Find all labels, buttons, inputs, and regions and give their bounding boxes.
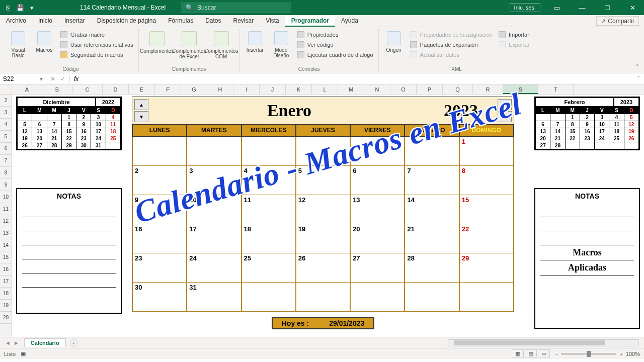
day-cell[interactable]: 24 xyxy=(187,253,241,283)
day-cell[interactable]: 16 xyxy=(132,224,187,253)
sheet-prev-icon[interactable]: ◄ xyxy=(5,340,11,346)
day-cell[interactable] xyxy=(350,283,405,312)
tab-archivo[interactable]: Archivo xyxy=(0,15,32,27)
xml-map-props-button[interactable]: Propiedades de la asignación xyxy=(408,30,495,39)
day-cell[interactable]: 29 xyxy=(459,253,514,283)
day-cell[interactable]: 4 xyxy=(242,166,296,195)
cancel-formula-icon[interactable]: ✕ xyxy=(50,75,55,82)
sheet-next-icon[interactable]: ► xyxy=(14,340,19,346)
day-cell[interactable]: 31 xyxy=(187,283,241,312)
xml-refresh-button[interactable]: Actualizar datos xyxy=(408,50,495,59)
row-header-16[interactable]: 16 xyxy=(0,263,12,276)
addins-button[interactable]: Complementos xyxy=(142,29,172,65)
day-cell[interactable]: 22 xyxy=(459,224,514,253)
autosave-icon[interactable]: ⎘ xyxy=(6,4,10,12)
design-mode-button[interactable]: Modo Diseño xyxy=(269,29,293,65)
row-header-6[interactable]: 6 xyxy=(0,143,12,155)
tab-revisar[interactable]: Revisar xyxy=(227,15,260,27)
save-icon[interactable]: 💾 xyxy=(16,4,24,12)
day-cell[interactable]: 17 xyxy=(187,224,241,253)
visual-basic-button[interactable]: Visual Basic xyxy=(6,29,30,65)
macro-security-button[interactable]: Seguridad de macros xyxy=(58,50,135,59)
select-all-corner[interactable] xyxy=(0,84,12,94)
name-box[interactable]: S22▾ xyxy=(0,75,46,82)
tab-inicio[interactable]: Inicio xyxy=(32,15,58,27)
col-header-M[interactable]: M xyxy=(338,84,364,94)
row-header-11[interactable]: 11 xyxy=(0,203,12,215)
row-header-2[interactable]: 2 xyxy=(0,95,12,107)
close-button[interactable]: ✕ xyxy=(621,0,644,15)
run-dialog-button[interactable]: Ejecutar cuadro de diálogo xyxy=(295,50,375,59)
view-code-button[interactable]: Ver código xyxy=(295,40,375,49)
row-header-19[interactable]: 19 xyxy=(0,300,12,312)
year-up-button[interactable]: ▲ xyxy=(498,99,512,110)
tab-insertar[interactable]: Insertar xyxy=(58,15,91,27)
col-header-E[interactable]: E xyxy=(129,84,155,94)
col-header-I[interactable]: I xyxy=(233,84,260,94)
chevron-down-icon[interactable]: ▾ xyxy=(40,75,43,82)
sheet-canvas[interactable]: Diciembre2022 LMMJVSD1234567891011121314… xyxy=(12,95,644,337)
day-cell[interactable]: 19 xyxy=(296,224,350,253)
day-cell[interactable]: 6 xyxy=(350,166,405,195)
day-cell[interactable] xyxy=(296,283,350,312)
day-cell[interactable]: 9 xyxy=(132,195,187,224)
zoom-out-button[interactable]: − xyxy=(555,351,558,357)
col-header-R[interactable]: R xyxy=(473,84,503,94)
zoom-slider[interactable] xyxy=(561,353,616,355)
qat-dropdown-icon[interactable]: ▾ xyxy=(30,4,34,12)
xml-import-button[interactable]: Importar xyxy=(497,30,532,39)
day-cell[interactable]: 7 xyxy=(405,166,459,195)
xml-source-button[interactable]: Origen xyxy=(382,29,406,65)
row-header-10[interactable]: 10 xyxy=(0,191,12,203)
day-cell[interactable]: 1 xyxy=(459,137,514,166)
sheet-tab-calendario[interactable]: Calendario xyxy=(24,338,66,347)
ribbon-display-icon[interactable]: ▭ xyxy=(545,0,569,15)
minimize-button[interactable]: — xyxy=(571,0,594,15)
row-header-20[interactable]: 20 xyxy=(0,312,12,324)
tab-ayuda[interactable]: Ayuda xyxy=(335,15,364,27)
tab-formulas[interactable]: Fórmulas xyxy=(162,15,199,27)
page-break-button[interactable]: ▭ xyxy=(538,349,550,357)
col-header-S[interactable]: S xyxy=(503,84,538,94)
col-header-F[interactable]: F xyxy=(155,84,181,94)
excel-addins-button[interactable]: Complementos de Excel xyxy=(174,29,204,65)
day-cell[interactable]: 3 xyxy=(187,166,241,195)
row-header-7[interactable]: 7 xyxy=(0,155,12,167)
row-header-18[interactable]: 18 xyxy=(0,288,12,300)
col-header-K[interactable]: K xyxy=(286,84,312,94)
xml-export-button[interactable]: Exportar xyxy=(497,40,532,49)
col-header-O[interactable]: O xyxy=(390,84,417,94)
properties-button[interactable]: Propiedades xyxy=(295,30,375,39)
row-header-5[interactable]: 5 xyxy=(0,131,12,143)
row-header-9[interactable]: 9 xyxy=(0,179,12,191)
maximize-button[interactable]: ☐ xyxy=(596,0,619,15)
share-button[interactable]: ↗Compartir xyxy=(596,16,639,26)
normal-view-button[interactable]: ▦ xyxy=(512,349,524,357)
relative-refs-button[interactable]: Usar referencias relativas xyxy=(58,40,135,49)
day-cell[interactable]: 18 xyxy=(242,224,296,253)
row-header-12[interactable]: 12 xyxy=(0,215,12,227)
day-cell[interactable] xyxy=(405,283,459,312)
macros-status-icon[interactable]: ▣ xyxy=(21,350,26,357)
fx-icon[interactable]: fx xyxy=(70,75,83,82)
day-cell[interactable]: 21 xyxy=(405,224,459,253)
day-cell[interactable] xyxy=(187,137,241,166)
row-header-8[interactable]: 8 xyxy=(0,167,12,179)
col-header-G[interactable]: G xyxy=(181,84,207,94)
row-header-3[interactable]: 3 xyxy=(0,107,12,119)
col-header-J[interactable]: J xyxy=(260,84,286,94)
col-header-L[interactable]: L xyxy=(312,84,338,94)
macros-button[interactable]: Macros xyxy=(32,29,56,65)
day-cell[interactable]: 30 xyxy=(132,283,187,312)
col-header-Q[interactable]: Q xyxy=(443,84,473,94)
horizontal-scrollbar[interactable] xyxy=(448,339,639,346)
row-header-13[interactable]: 13 xyxy=(0,227,12,239)
day-cell[interactable]: 12 xyxy=(296,195,350,224)
col-header-D[interactable]: D xyxy=(103,84,129,94)
day-cell[interactable]: 15 xyxy=(459,195,514,224)
day-cell[interactable]: 20 xyxy=(350,224,405,253)
day-cell[interactable]: 5 xyxy=(296,166,350,195)
sign-in-button[interactable]: Inic. ses. xyxy=(510,3,540,12)
tab-disposicion[interactable]: Disposición de página xyxy=(91,15,162,27)
day-cell[interactable] xyxy=(459,283,514,312)
